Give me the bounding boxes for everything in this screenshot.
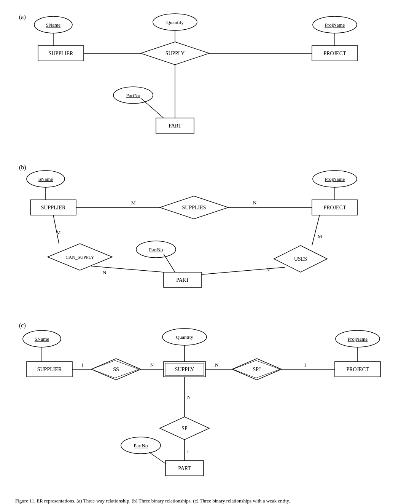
entity-project-a-label: PROJECT	[323, 51, 346, 56]
entity-project-b-label: PROJECT	[323, 205, 346, 211]
line-partno-part-a	[141, 98, 164, 118]
attr-projname-a-label: ProjName	[325, 22, 345, 28]
relationship-spj-c-label: SPJ	[253, 367, 261, 372]
label-c: (c)	[19, 322, 26, 329]
line-cansupply-part-b	[91, 266, 164, 272]
cardinality-n2-b: N	[103, 270, 107, 275]
cardinality-n1-b: N	[253, 200, 257, 206]
entity-supply-c-label: SUPPLY	[175, 367, 194, 372]
caption: Figure 11. ER representations. (a) Three…	[8, 498, 412, 504]
cardinality-i2-c: I	[304, 362, 306, 368]
relationship-supplies-b-label: SUPPLIES	[182, 205, 206, 211]
attr-projname-b-label: ProjName	[325, 176, 345, 182]
entity-part-a-label: PART	[169, 123, 181, 129]
attr-sname-c-label: SName	[35, 336, 49, 342]
cardinality-n2-c: N	[215, 362, 219, 368]
attr-projname-c-label: ProjName	[348, 336, 368, 342]
entity-supplier-a-label: SUPPLIER	[49, 51, 73, 56]
attr-sname-b-label: SName	[38, 176, 53, 182]
label-b: (b)	[19, 164, 26, 171]
attr-sname-a-label: SName	[46, 22, 61, 28]
label-a: (a)	[19, 14, 26, 21]
line-partno-part-c	[149, 452, 165, 464]
line-project-uses-b	[312, 215, 320, 246]
cardinality-i1-c: I	[82, 362, 83, 368]
attr-partno-b-label: PartNo	[149, 247, 163, 252]
entity-part-b-label: PART	[176, 277, 189, 283]
attr-quantity-c-label: Quantity	[176, 334, 193, 340]
relationship-cansupply-b-label: CAN_SUPPLY	[66, 255, 94, 260]
diagram-c: (c) SUPPLIER SUPPLY PROJECT PART SName Q…	[15, 316, 420, 495]
cardinality-m2-b: M	[56, 230, 61, 235]
relationship-uses-b-label: USES	[294, 256, 307, 262]
entity-part-c-label: PART	[178, 466, 191, 471]
entity-supplier-c-label: SUPPLIER	[37, 367, 62, 372]
relationship-ss-c-label: SS	[113, 367, 119, 372]
diagram-b: (b) SUPPLIER PROJECT PART SName ProjName…	[15, 158, 420, 314]
cardinality-m3-b: M	[318, 233, 322, 239]
line-uses-part-b	[202, 267, 285, 274]
relationship-supply-a-label: SUPPLY	[165, 51, 185, 56]
line-partno-part-b	[164, 254, 175, 272]
entity-project-c-label: PROJECT	[346, 367, 369, 372]
cardinality-n3-c: N	[187, 394, 191, 400]
entity-supplier-b-label: SUPPLIER	[41, 205, 66, 211]
diagram-a: (a) SUPPLIER SUPPLY PROJECT PART SName Q…	[15, 8, 420, 156]
cardinality-n3-b: N	[266, 267, 270, 273]
attr-quantity-a-label: Quantity	[166, 19, 184, 25]
attr-partno-a-label: PartNo	[126, 93, 140, 98]
cardinality-n1-c: N	[150, 362, 154, 368]
attr-partno-c-label: PartNo	[134, 443, 148, 448]
cardinality-m1-b: M	[131, 200, 136, 206]
page: (a) SUPPLIER SUPPLY PROJECT PART SName Q…	[0, 0, 420, 504]
cardinality-i3-c: I	[187, 448, 189, 454]
relationship-sp-c-label: SP	[181, 426, 188, 431]
